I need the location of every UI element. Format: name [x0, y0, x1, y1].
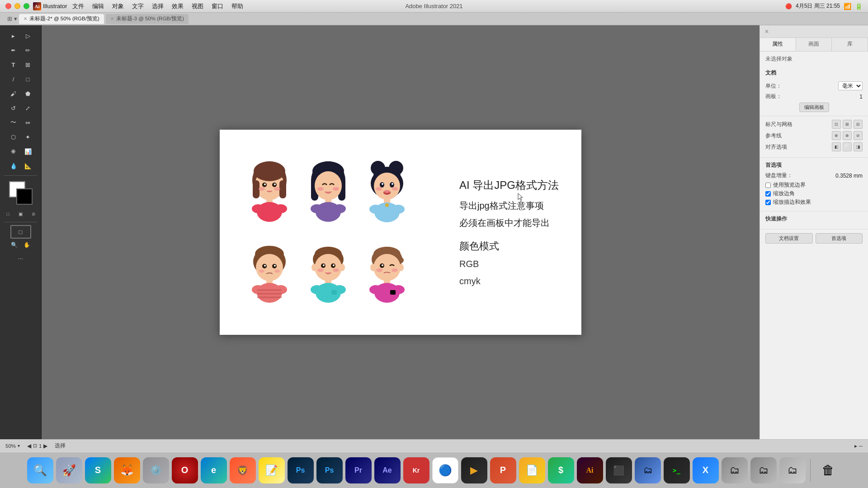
panel-close-btn[interactable]: ✕	[764, 28, 769, 35]
workspace-arrow-icon[interactable]: ▾	[14, 15, 17, 22]
zoom-dropdown-icon[interactable]: ▾	[18, 443, 20, 448]
scale-corners-checkbox[interactable]	[765, 191, 771, 197]
dock-notes[interactable]: 📝	[259, 457, 285, 483]
dock-finder-2[interactable]: 🗂	[635, 457, 661, 483]
dock-photoshop-2[interactable]: Ps	[316, 457, 343, 483]
dock-iterm[interactable]: >_	[664, 457, 690, 483]
dock-launchpad[interactable]: 🚀	[56, 457, 82, 483]
dock-opera[interactable]: O	[172, 457, 198, 483]
dock-trash[interactable]: 🗑	[815, 457, 841, 483]
guide-btn-2[interactable]: ⊗	[843, 131, 852, 140]
tab-close-1[interactable]: ✕	[24, 16, 27, 21]
paintbrush-tool[interactable]: 🖌	[7, 87, 20, 100]
tab-active[interactable]: ✕ 未标题-2* @ 50% (RGB/预览)	[19, 14, 104, 24]
color-box[interactable]	[9, 181, 33, 205]
dock-safari[interactable]: S	[85, 457, 111, 483]
scale-stroke-checkbox[interactable]	[765, 200, 771, 205]
area-type-tool[interactable]: ⊠	[21, 58, 35, 71]
canvas-area[interactable]: AI 导出JPG格式方法 导出jpg格式注意事项 必须在画板中才能导出 颜色模式…	[42, 25, 760, 439]
panel-tab-artboard[interactable]: 画面	[796, 38, 832, 51]
prefs-button[interactable]: 首选项	[816, 233, 863, 244]
blob-brush-tool[interactable]: ⬟	[21, 87, 35, 100]
ruler-toggle[interactable]: ⊡	[832, 120, 841, 129]
pan-icon[interactable]: ✋	[23, 240, 32, 249]
minimize-button[interactable]	[14, 3, 20, 9]
normal-mode-icon[interactable]: □	[4, 209, 13, 218]
warp-tool[interactable]: 〜	[7, 116, 20, 129]
pen-tool[interactable]: ✒	[7, 43, 20, 57]
dock-kr[interactable]: Kr	[403, 457, 429, 483]
screen-mode-icon[interactable]: □	[10, 225, 31, 239]
dock-cash[interactable]: $	[548, 457, 574, 483]
none-icon[interactable]: ⊘	[29, 209, 38, 218]
edit-artboard-button[interactable]: 编辑画板	[799, 103, 829, 112]
dock-firefox[interactable]: 🦊	[114, 457, 140, 483]
tab-close-2[interactable]: ✕	[110, 16, 114, 21]
close-button[interactable]	[5, 3, 11, 9]
doc-settings-button[interactable]: 文档设置	[765, 233, 813, 244]
menu-text[interactable]: 文字	[128, 1, 147, 11]
shape-tool[interactable]: □	[21, 72, 35, 86]
rotate-tool[interactable]: ↺	[7, 101, 20, 115]
dock-finder[interactable]: 🔍	[27, 457, 53, 483]
type-tool[interactable]: T	[7, 58, 20, 71]
align-btn-2[interactable]: ⬜	[843, 142, 852, 151]
graph-tool[interactable]: 📊	[21, 145, 35, 158]
menu-select[interactable]: 选择	[148, 1, 167, 11]
dock-edge[interactable]: e	[201, 457, 227, 483]
menu-object[interactable]: 对象	[108, 1, 127, 11]
tab-inactive[interactable]: ✕ 未标题-3 @ 50% (RGB/预览)	[106, 14, 189, 24]
menu-effect[interactable]: 效果	[168, 1, 187, 11]
dock-chrome[interactable]: 🔵	[432, 457, 458, 483]
dock-app-3[interactable]: 🗂	[779, 457, 806, 483]
measure-tool[interactable]: 📐	[21, 159, 35, 173]
grid-toggle[interactable]: ⊞	[843, 120, 852, 129]
dock-ps[interactable]: Ps	[288, 457, 314, 483]
line-tool[interactable]: /	[7, 72, 20, 86]
dock-system-prefs[interactable]: ⚙️	[143, 457, 169, 483]
scale-tool[interactable]: ⤢	[21, 101, 35, 115]
unit-select[interactable]: 毫米 像素 厘米	[838, 81, 863, 90]
menu-view[interactable]: 视图	[188, 1, 207, 11]
scroll-left[interactable]: ▸	[854, 443, 857, 449]
dock-pages[interactable]: 📄	[519, 457, 545, 483]
menu-file[interactable]: 文件	[69, 1, 88, 11]
puppet-warp-tool[interactable]: ✦	[21, 130, 35, 144]
dock-xcode[interactable]: X	[693, 457, 719, 483]
dock-screen-share[interactable]: ⬛	[606, 457, 632, 483]
free-transform-tool[interactable]: ⬡	[7, 130, 20, 144]
align-btn-3[interactable]: ◨	[854, 142, 863, 151]
menu-help[interactable]: 帮助	[228, 1, 247, 11]
notification-icon[interactable]: 🔴	[785, 3, 792, 9]
scroll-bar[interactable]: ─	[859, 443, 863, 449]
guide-btn-3[interactable]: ⊘	[854, 131, 863, 140]
background-color[interactable]	[16, 188, 33, 205]
nav-prev[interactable]: ◀	[27, 443, 31, 449]
gradient-icon[interactable]: ▣	[16, 209, 25, 218]
preview-bounds-checkbox[interactable]	[765, 183, 771, 188]
menu-edit[interactable]: 编辑	[89, 1, 108, 11]
panel-tab-properties[interactable]: 属性	[760, 38, 796, 51]
zoom-control[interactable]: 50% ▾	[5, 443, 20, 449]
dock-powerpoint[interactable]: P	[490, 457, 516, 483]
maximize-button[interactable]	[24, 3, 29, 9]
eyedropper-tool[interactable]: 💧	[7, 159, 20, 173]
align-btn-1[interactable]: ◧	[832, 142, 841, 151]
dock-premiere[interactable]: Pr	[345, 457, 372, 483]
panel-tab-library[interactable]: 库	[832, 38, 868, 51]
dock-illustrator[interactable]: Ai	[577, 457, 603, 483]
zoom-icon[interactable]: 🔍	[10, 240, 19, 249]
menu-window[interactable]: 窗口	[208, 1, 227, 11]
dock-app-1[interactable]: 🗂	[722, 457, 748, 483]
nav-next[interactable]: ▶	[43, 443, 47, 449]
select-tool[interactable]: ▸	[7, 29, 20, 42]
pencil-tool[interactable]: ✏	[21, 43, 35, 57]
dock-brave[interactable]: 🦁	[230, 457, 256, 483]
workspace-grid-icon[interactable]: ⊞	[7, 15, 12, 22]
width-tool[interactable]: ⇔	[21, 116, 35, 129]
more-tools[interactable]: ···	[10, 251, 31, 265]
dock-app-2[interactable]: 🗂	[750, 457, 777, 483]
symbol-tool[interactable]: ❋	[7, 145, 20, 158]
guide-btn-1[interactable]: ⊕	[832, 131, 841, 140]
dock-infuse[interactable]: ▶	[461, 457, 487, 483]
